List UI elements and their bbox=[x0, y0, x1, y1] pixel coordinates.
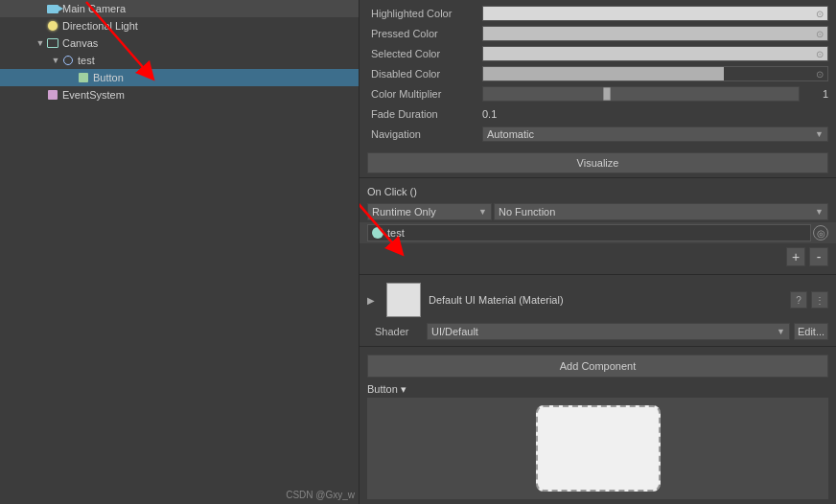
eventsystem-icon bbox=[46, 88, 59, 102]
pressed-color-field[interactable] bbox=[482, 26, 828, 41]
navigation-dropdown-value: Automatic bbox=[487, 128, 534, 140]
fade-duration-row: Fade Duration 0.1 bbox=[367, 104, 828, 124]
function-dropdown[interactable]: No Function ▼ bbox=[494, 203, 828, 220]
selected-color-row: Selected Color bbox=[367, 44, 828, 63]
disabled-color-pick[interactable] bbox=[814, 68, 825, 80]
shader-dropdown[interactable]: UI/Default ▼ bbox=[427, 323, 790, 340]
watermark-text: CSDN @Gxy_w bbox=[286, 490, 355, 500]
light-icon bbox=[46, 19, 59, 33]
test-label: test bbox=[78, 55, 95, 66]
add-component-button[interactable]: Add Component bbox=[367, 355, 828, 378]
material-actions: ? ⋮ bbox=[790, 291, 828, 309]
gameobj-icon bbox=[61, 54, 75, 67]
fade-duration-value: 0.1 bbox=[482, 108, 497, 120]
canvas-label: Canvas bbox=[62, 37, 98, 49]
pressed-color-label: Pressed Color bbox=[367, 28, 482, 39]
runtime-dropdown-arrow: ▼ bbox=[478, 207, 487, 217]
material-menu-button[interactable]: ⋮ bbox=[811, 291, 828, 309]
material-section: ▶ Default UI Material (Material) ? ⋮ bbox=[360, 279, 836, 321]
button-preview-area bbox=[367, 398, 828, 499]
disabled-color-label: Disabled Color bbox=[367, 68, 482, 80]
listener-obj-icon bbox=[372, 227, 383, 239]
material-expand-arrow[interactable]: ▶ bbox=[367, 295, 379, 306]
hierarchy-item-directional-light[interactable]: Directional Light bbox=[0, 17, 359, 34]
canvas-arrow: ▼ bbox=[35, 38, 46, 48]
eventsystem-label: EventSystem bbox=[62, 89, 125, 101]
add-listener-button[interactable]: + bbox=[786, 247, 805, 266]
shader-value: UI/Default bbox=[431, 326, 478, 337]
pressed-color-row: Pressed Color bbox=[367, 24, 828, 43]
button-section-label: Button ▾ bbox=[367, 383, 406, 396]
add-icon: + bbox=[792, 249, 800, 264]
divider-2 bbox=[360, 274, 836, 275]
inspector-panel: Highlighted Color Pressed Color Selected… bbox=[360, 0, 836, 504]
pressed-color-pick[interactable] bbox=[814, 28, 825, 39]
color-multiplier-value: 1 bbox=[800, 88, 828, 100]
component-icon bbox=[77, 71, 90, 84]
test-arrow: ▼ bbox=[50, 56, 61, 65]
remove-listener-button[interactable]: - bbox=[809, 247, 828, 266]
material-name: Default UI Material (Material) bbox=[429, 294, 564, 306]
material-info: Default UI Material (Material) bbox=[429, 294, 782, 306]
canvas-icon bbox=[46, 36, 59, 50]
function-dropdown-arrow: ▼ bbox=[815, 207, 824, 217]
color-multiplier-label: Color Multiplier bbox=[367, 88, 482, 100]
runtime-dropdown[interactable]: Runtime Only ▼ bbox=[367, 203, 492, 220]
hierarchy-panel: Main Camera Directional Light ▼ Canvas ▼… bbox=[0, 0, 360, 504]
highlighted-color-row: Highlighted Color bbox=[367, 4, 828, 23]
shader-edit-button[interactable]: Edit... bbox=[794, 323, 828, 340]
material-help-button[interactable]: ? bbox=[790, 291, 807, 309]
visualize-label: Visualize bbox=[577, 157, 619, 169]
hierarchy-item-canvas[interactable]: ▼ Canvas bbox=[0, 34, 359, 52]
hierarchy-item-eventsystem[interactable]: EventSystem bbox=[0, 86, 359, 103]
selected-color-label: Selected Color bbox=[367, 48, 482, 59]
disabled-color-field[interactable] bbox=[482, 66, 828, 81]
button-preview-section: Button ▾ bbox=[360, 381, 836, 499]
listener-object-field[interactable]: test bbox=[367, 224, 811, 241]
remove-icon: - bbox=[817, 249, 822, 264]
color-multiplier-row: Color Multiplier 1 bbox=[367, 84, 828, 103]
directional-light-label: Directional Light bbox=[62, 20, 138, 32]
camera-icon bbox=[46, 2, 59, 15]
navigation-dropdown-arrow: ▼ bbox=[815, 129, 824, 139]
divider-1 bbox=[360, 177, 836, 178]
shader-row: Shader UI/Default ▼ Edit... bbox=[360, 321, 836, 342]
listener-circle-btn[interactable] bbox=[813, 225, 828, 241]
disabled-color-row: Disabled Color bbox=[367, 64, 828, 83]
function-dropdown-label: No Function bbox=[499, 206, 555, 218]
navigation-label: Navigation bbox=[367, 128, 482, 140]
navigation-row: Navigation Automatic ▼ bbox=[367, 125, 828, 144]
listener-row: test bbox=[360, 222, 836, 243]
preview-button bbox=[536, 405, 661, 492]
main-camera-label: Main Camera bbox=[62, 3, 126, 14]
material-thumbnail bbox=[386, 283, 421, 317]
selected-color-pick[interactable] bbox=[814, 48, 825, 59]
hierarchy-item-main-camera[interactable]: Main Camera bbox=[0, 0, 359, 17]
button-label: Button bbox=[93, 72, 124, 83]
runtime-dropdown-label: Runtime Only bbox=[372, 206, 436, 218]
on-click-row: Runtime Only ▼ No Function ▼ bbox=[360, 201, 836, 222]
visualize-button[interactable]: Visualize bbox=[367, 152, 828, 173]
highlighted-color-label: Highlighted Color bbox=[367, 8, 482, 19]
onclick-controls: + - bbox=[360, 243, 836, 270]
divider-3 bbox=[360, 346, 836, 347]
on-click-header: On Click () bbox=[360, 182, 836, 201]
colors-section: Highlighted Color Pressed Color Selected… bbox=[360, 0, 836, 149]
add-component-label: Add Component bbox=[560, 360, 637, 372]
hierarchy-item-test[interactable]: ▼ test bbox=[0, 52, 359, 69]
fade-duration-label: Fade Duration bbox=[367, 108, 482, 120]
slider-thumb[interactable] bbox=[603, 87, 611, 101]
highlighted-color-pick[interactable] bbox=[814, 8, 825, 19]
selected-color-field[interactable] bbox=[482, 46, 828, 61]
hierarchy-item-button[interactable]: Button bbox=[0, 69, 359, 86]
listener-obj-label: test bbox=[387, 227, 405, 239]
on-click-label: On Click () bbox=[367, 186, 417, 197]
button-section-header: Button ▾ bbox=[367, 381, 828, 398]
highlighted-color-field[interactable] bbox=[482, 6, 828, 21]
edit-label: Edit... bbox=[798, 326, 824, 337]
shader-label: Shader bbox=[375, 326, 423, 337]
color-multiplier-slider[interactable] bbox=[482, 86, 800, 102]
navigation-dropdown[interactable]: Automatic ▼ bbox=[482, 126, 828, 142]
shader-arrow: ▼ bbox=[777, 327, 785, 336]
